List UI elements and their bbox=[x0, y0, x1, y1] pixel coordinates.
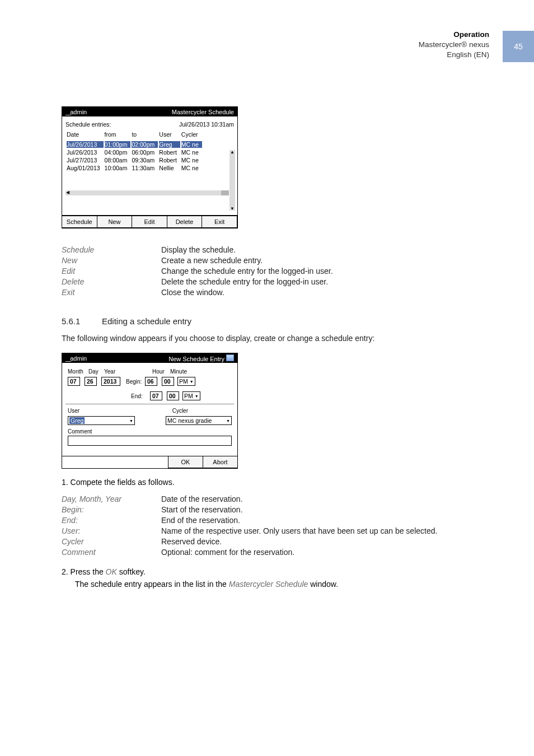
begin-minute-field[interactable]: 00 bbox=[162, 377, 174, 386]
scrollbar-horizontal[interactable]: ◀▶ bbox=[65, 190, 229, 195]
label-hour: Hour bbox=[152, 368, 170, 375]
label-minute: Minute bbox=[170, 368, 187, 375]
def-term: Edit bbox=[62, 267, 161, 276]
table-row[interactable]: Aug/01/201310:00am11:30amNellieMC ne bbox=[67, 165, 202, 171]
col-from: from bbox=[105, 131, 131, 140]
header-section: Operation bbox=[419, 30, 489, 40]
scrollbar-vertical[interactable]: ▲▼ bbox=[229, 150, 235, 211]
step-2-result: The schedule entry appears in the list i… bbox=[75, 580, 472, 589]
page-number-badge: 45 bbox=[503, 31, 534, 62]
entries-label: Schedule entries: bbox=[65, 121, 111, 128]
begin-ampm-select[interactable]: PM▼ bbox=[177, 377, 195, 386]
schedule-window: __admin Mastercycler Schedule Schedule e… bbox=[62, 106, 238, 228]
day-field[interactable]: 26 bbox=[85, 377, 97, 386]
def-desc: Name of the respective user. Only users … bbox=[161, 526, 437, 535]
def-desc: Optional: comment for the reservation. bbox=[161, 548, 294, 557]
label-user: User bbox=[68, 408, 79, 414]
table-row[interactable]: Jul/26/201304:00pm06:00pmRobertMC ne bbox=[67, 149, 202, 156]
current-user: admin bbox=[70, 355, 87, 362]
end-hour-field[interactable]: 07 bbox=[150, 391, 162, 400]
new-button[interactable]: New bbox=[97, 216, 133, 228]
def-term: End: bbox=[62, 516, 161, 525]
def-term: Exit bbox=[62, 288, 161, 297]
def-term: New bbox=[62, 256, 161, 265]
def-term: Comment bbox=[62, 548, 161, 557]
def-desc: Close the window. bbox=[161, 288, 224, 297]
table-header: Date from to User Cycler bbox=[67, 131, 202, 140]
col-date: Date bbox=[67, 131, 104, 140]
table-row[interactable]: Jul/26/201301:00pm02:00pmGregMC ne bbox=[67, 141, 202, 148]
schedule-table: Date from to User Cycler Jul/26/201301:0… bbox=[65, 130, 203, 172]
label-day: Day bbox=[88, 368, 104, 375]
section-title: Editing a schedule entry bbox=[102, 316, 191, 326]
current-user: admin bbox=[70, 109, 87, 115]
section-number: 5.6.1 bbox=[62, 316, 102, 326]
month-field[interactable]: 07 bbox=[68, 377, 80, 386]
softkey-bar: OK Abort bbox=[62, 456, 237, 468]
comment-field[interactable] bbox=[68, 436, 232, 446]
def-desc: Create a new schedule entry. bbox=[161, 256, 263, 265]
def-desc: Reserved device. bbox=[161, 537, 222, 546]
def-desc: Change the schedule entry for the logged… bbox=[161, 267, 333, 276]
def-term: Schedule bbox=[62, 245, 161, 254]
def-term: Delete bbox=[62, 277, 161, 286]
col-user: User bbox=[159, 131, 180, 140]
page-number: 45 bbox=[514, 42, 523, 51]
step-1: 1. Compete the fields as follows. bbox=[62, 478, 472, 487]
window-titlebar: __admin New Schedule Entry bbox=[62, 353, 237, 363]
label-cycler: Cycler bbox=[172, 408, 188, 414]
year-field[interactable]: 2013 bbox=[101, 377, 120, 386]
exit-button[interactable]: Exit bbox=[202, 216, 237, 228]
page-header: Operation Mastercycler® nexus English (E… bbox=[419, 30, 489, 60]
window-title: Mastercycler Schedule bbox=[172, 109, 234, 115]
label-comment: Comment bbox=[68, 428, 232, 435]
window-titlebar: __admin Mastercycler Schedule bbox=[62, 107, 237, 116]
end-minute-field[interactable]: 00 bbox=[167, 391, 179, 400]
label-year: Year bbox=[104, 368, 131, 375]
current-datetime: Jul/26/2013 10:31am bbox=[179, 121, 234, 128]
chevron-down-icon: ▼ bbox=[188, 380, 194, 384]
def-term: Day, Month, Year bbox=[62, 494, 161, 503]
chevron-down-icon: ▼ bbox=[193, 394, 199, 398]
col-cycler: Cycler bbox=[181, 131, 202, 140]
window-title: New Schedule Entry bbox=[168, 356, 224, 362]
table-row[interactable]: Jul/27/201308:00am09:30amRobertMC ne bbox=[67, 157, 202, 164]
label-month: Month bbox=[68, 368, 88, 375]
def-desc: Display the schedule. bbox=[161, 245, 236, 254]
def-term: Begin: bbox=[62, 505, 161, 514]
label-begin: Begin: bbox=[126, 379, 145, 385]
header-product: Mastercycler® nexus bbox=[419, 40, 489, 50]
begin-hour-field[interactable]: 06 bbox=[145, 377, 157, 386]
edit-button[interactable]: Edit bbox=[132, 216, 167, 228]
abort-button[interactable]: Abort bbox=[203, 456, 238, 468]
delete-button[interactable]: Delete bbox=[167, 216, 203, 228]
softkey-bar: Schedule New Edit Delete Exit bbox=[62, 216, 237, 228]
chevron-down-icon: ▼ bbox=[128, 419, 133, 423]
def-desc: Start of the reservation. bbox=[161, 505, 243, 514]
ok-button[interactable]: OK bbox=[168, 456, 203, 468]
chevron-down-icon: ▼ bbox=[224, 419, 230, 423]
schedule-button[interactable]: Schedule bbox=[62, 216, 97, 228]
softkey-definitions: ScheduleDisplay the schedule. NewCreate … bbox=[62, 244, 472, 297]
col-to: to bbox=[132, 131, 158, 140]
def-term: User: bbox=[62, 526, 161, 535]
intro-text: The following window appears if you choo… bbox=[62, 334, 472, 343]
new-entry-window: __admin New Schedule Entry Month Day Yea… bbox=[62, 353, 238, 469]
def-desc: Delete the schedule entry for the logged… bbox=[161, 277, 328, 286]
label-end: End: bbox=[131, 393, 150, 399]
user-select[interactable]: Greg▼ bbox=[68, 416, 135, 425]
section-heading: 5.6.1Editing a schedule entry bbox=[62, 316, 472, 326]
def-desc: End of the reservation. bbox=[161, 516, 240, 525]
cycler-select[interactable]: MC nexus gradie▼ bbox=[166, 416, 232, 425]
def-term: Cycler bbox=[62, 537, 161, 546]
step-2: 2. Press the OK softkey. bbox=[62, 567, 472, 576]
end-ampm-select[interactable]: PM▼ bbox=[182, 391, 200, 400]
field-definitions: Day, Month, YearDate of the reservation.… bbox=[62, 493, 472, 557]
entry-icon bbox=[226, 354, 234, 361]
header-language: English (EN) bbox=[419, 50, 489, 60]
def-desc: Date of the reservation. bbox=[161, 494, 243, 503]
